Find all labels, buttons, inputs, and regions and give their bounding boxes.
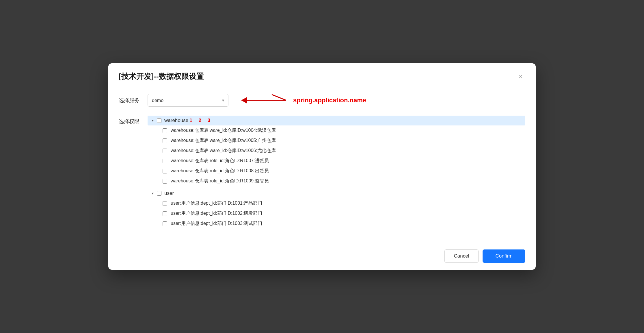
tree-node-user: ▾ user user:用户信息:dept_id:部门ID:1001:产品部门 … [148,188,525,229]
child-checkbox-r1007[interactable] [163,159,167,163]
dialog: [技术开发]--数据权限设置 × 选择服务 demo service1 serv… [108,63,536,270]
confirm-button[interactable]: Confirm [483,249,525,263]
warehouse-checkbox[interactable] [157,118,161,123]
dialog-header: [技术开发]--数据权限设置 × [108,63,536,87]
child-checkbox-r1009[interactable] [163,179,167,184]
child-checkbox-r1008[interactable] [163,169,167,173]
red-arrow-icon [237,93,289,108]
child-label-dept1003: user:用户信息:dept_id:部门ID:1003:测试部门 [171,221,262,227]
child-label-dept1002: user:用户信息:dept_id:部门ID:1002:研发部门 [171,210,262,217]
child-checkbox-w1006[interactable] [163,149,167,153]
child-label-r1008: warehouse:仓库表:role_id:角色ID:R1008:出货员 [171,168,269,174]
child-label-w1004: warehouse:仓库表:ware_id:仓库ID:w1004:武汉仓库 [171,127,276,134]
tree-node-warehouse: ▾ warehouse 1 2 3 warehouse:仓库表:ware_id:… [148,116,525,186]
dialog-body: 选择服务 demo service1 service2 ▼ [108,87,536,243]
warehouse-header[interactable]: ▾ warehouse 1 2 3 [148,116,525,125]
child-checkbox-w1004[interactable] [163,128,167,133]
permission-label: 选择权限 [119,116,148,125]
annotation-text: spring.application.name [293,97,366,104]
cancel-button[interactable]: Cancel [444,249,479,263]
list-item: user:用户信息:dept_id:部门ID:1002:研发部门 [160,208,525,219]
svg-line-2 [272,95,286,100]
list-item: user:用户信息:dept_id:部门ID:1001:产品部门 [160,198,525,208]
child-label-r1009: warehouse:仓库表:role_id:角色ID:R1009:监管员 [171,178,269,184]
warehouse-children: warehouse:仓库表:ware_id:仓库ID:w1004:武汉仓库 wa… [160,125,525,186]
service-form-row: 选择服务 demo service1 service2 ▼ [119,93,525,108]
dialog-title: [技术开发]--数据权限设置 [119,71,204,82]
permission-form-row: 选择权限 ▾ warehouse 1 2 3 [119,116,525,229]
annotation-area: spring.application.name [237,93,366,108]
user-label: user [164,190,174,196]
list-item: user:用户信息:dept_id:部门ID:1003:测试部门 [160,219,525,229]
child-label-w1006: warehouse:仓库表:ware_id:仓库ID:w1006:尤他仓库 [171,148,276,154]
child-checkbox-w1005[interactable] [163,138,167,143]
service-select[interactable]: demo service1 service2 [148,94,228,107]
user-children: user:用户信息:dept_id:部门ID:1001:产品部门 user:用户… [160,198,525,229]
dialog-footer: Cancel Confirm [108,243,536,270]
list-item: warehouse:仓库表:ware_id:仓库ID:w1006:尤他仓库 [160,146,525,156]
close-button[interactable]: × [516,72,525,81]
child-label-r1007: warehouse:仓库表:role_id:角色ID:R1007:进货员 [171,158,269,164]
user-checkbox[interactable] [157,191,161,196]
service-label: 选择服务 [119,97,148,104]
list-item: warehouse:仓库表:ware_id:仓库ID:w1004:武汉仓库 [160,125,525,136]
list-item: warehouse:仓库表:role_id:角色ID:R1007:进货员 [160,156,525,166]
child-label-w1005: warehouse:仓库表:ware_id:仓库ID:w1005:广州仓库 [171,138,276,144]
service-select-wrapper: demo service1 service2 ▼ [148,94,228,107]
badge-2: 2 [198,118,201,123]
svg-marker-1 [241,97,247,103]
list-item: warehouse:仓库表:role_id:角色ID:R1008:出货员 [160,166,525,176]
warehouse-label: warehouse [164,118,188,123]
badge-1: 1 [189,118,192,123]
list-item: warehouse:仓库表:role_id:角色ID:R1009:监管员 [160,176,525,186]
user-header[interactable]: ▾ user [148,188,525,198]
badge-3: 3 [208,118,210,123]
warehouse-toggle-icon[interactable]: ▾ [150,118,156,123]
permission-tree: ▾ warehouse 1 2 3 warehouse:仓库表:ware_id:… [148,116,525,229]
list-item: warehouse:仓库表:ware_id:仓库ID:w1005:广州仓库 [160,136,525,146]
child-checkbox-dept1003[interactable] [163,221,167,226]
child-checkbox-dept1001[interactable] [163,201,167,206]
child-checkbox-dept1002[interactable] [163,211,167,216]
user-toggle-icon[interactable]: ▾ [150,190,156,196]
child-label-dept1001: user:用户信息:dept_id:部门ID:1001:产品部门 [171,200,262,206]
